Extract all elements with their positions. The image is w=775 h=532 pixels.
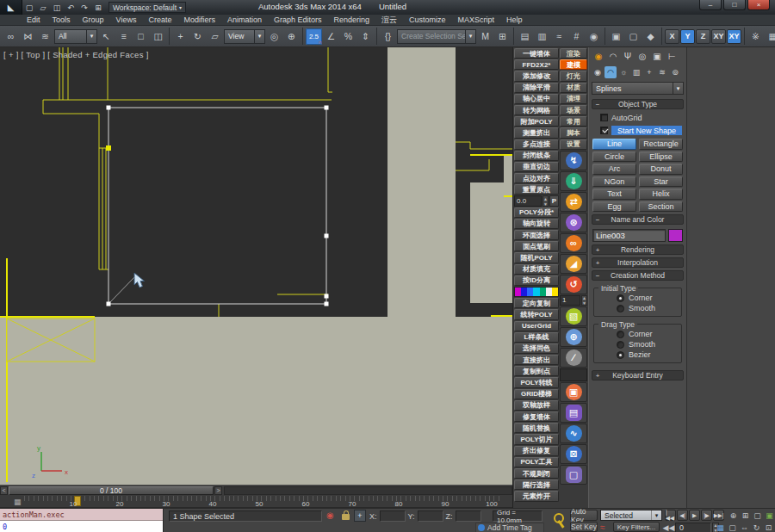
- use-pivot-center-icon[interactable]: ◎: [266, 28, 282, 45]
- shape-button-arc[interactable]: Arc: [592, 164, 636, 175]
- mirror-icon[interactable]: M: [477, 28, 493, 45]
- shape-button-egg[interactable]: Egg: [592, 201, 636, 213]
- axis-x-button[interactable]: X: [665, 29, 679, 44]
- prev-frame-arrow[interactable]: <: [0, 486, 8, 495]
- zoom-extents-all-icon[interactable]: ▣: [764, 510, 775, 521]
- spinner-arrows[interactable]: ▲▼: [542, 195, 549, 206]
- script-tab-2[interactable]: 灯光: [560, 71, 587, 81]
- cat-spacewarps-icon[interactable]: ≋: [656, 66, 668, 78]
- y-coordinate-field[interactable]: [418, 510, 443, 522]
- script-button-b-2[interactable]: 环面选择: [514, 230, 559, 240]
- select-and-link-icon[interactable]: ∞: [3, 28, 19, 45]
- script-button-a-1[interactable]: FFD2X2*: [514, 59, 559, 70]
- maximize-viewport-icon[interactable]: ⊡: [763, 522, 774, 532]
- flower-icon[interactable]: ⊛: [560, 213, 587, 232]
- redo-icon[interactable]: ↷: [78, 2, 91, 14]
- tab-create[interactable]: ◉: [592, 49, 605, 63]
- rollout-object-type[interactable]: − Object Type: [592, 99, 684, 109]
- shape-button-line[interactable]: Line: [592, 139, 636, 150]
- selection-set-dropdown[interactable]: Selected ▾: [600, 510, 662, 521]
- cat-lights-icon[interactable]: ☼: [617, 66, 629, 78]
- script-button-c-10[interactable]: 修复墙体: [514, 411, 559, 422]
- unlink-selection-icon[interactable]: ⋈: [20, 28, 36, 45]
- script-button-a-4[interactable]: 轴心居中: [514, 94, 559, 104]
- rollout-name-and-color[interactable]: − Name and Color: [592, 214, 684, 225]
- 3dsmax-logo-icon[interactable]: ◣: [0, 0, 22, 15]
- script-button-b-1[interactable]: 轴向旋转: [514, 219, 559, 229]
- rectangular-selection-icon[interactable]: □: [133, 28, 149, 45]
- orbit-icon[interactable]: ↻: [751, 522, 762, 532]
- rollout-creation-method[interactable]: − Creation Method: [592, 270, 684, 281]
- spinner-snap-icon[interactable]: ⇕: [357, 28, 374, 45]
- workspace-dropdown[interactable]: Workspace: Default ▾: [108, 2, 186, 13]
- tab-display[interactable]: ▣: [650, 49, 664, 63]
- zoom-region-icon[interactable]: ▦: [715, 522, 726, 532]
- play-button[interactable]: ▶: [689, 510, 700, 521]
- script-button-c-6[interactable]: 复制到点: [514, 366, 559, 376]
- x-coordinate-field[interactable]: [380, 510, 406, 522]
- script-button-a-11[interactable]: 点边对齐: [514, 173, 559, 183]
- selected-vertex[interactable]: [106, 145, 111, 151]
- shape-button-ellipse[interactable]: Ellipse: [639, 152, 683, 163]
- script-button-c-9[interactable]: 双轴放样: [514, 400, 559, 411]
- script-button-c-0[interactable]: 定向复制: [514, 298, 559, 308]
- viewport-label[interactable]: [ + ] [ Top ] [ Shaded + Edged Faces ]: [3, 50, 149, 59]
- open-file-icon[interactable]: ▱: [36, 2, 50, 14]
- close-button[interactable]: ×: [747, 0, 770, 10]
- timeline-ruler[interactable]: ▦ 102030405060708090100: [0, 495, 512, 508]
- menu-item-9[interactable]: 渲云: [375, 15, 403, 26]
- tools-icon[interactable]: ⊠: [560, 444, 587, 464]
- menu-item-1[interactable]: Tools: [46, 15, 77, 24]
- cat-geometry-icon[interactable]: ◉: [592, 66, 604, 78]
- selection-filter-dropdown[interactable]: All▾: [54, 29, 97, 44]
- menu-item-12[interactable]: Help: [500, 15, 529, 24]
- script-button-a-6[interactable]: 附加POLY: [514, 116, 559, 127]
- refresh-icon[interactable]: ⇄: [560, 192, 587, 212]
- selection-lock-icon[interactable]: [342, 514, 350, 520]
- field-of-view-icon[interactable]: ▢: [727, 522, 738, 532]
- color-strip[interactable]: [514, 287, 559, 297]
- count-spinner[interactable]: 1▲▼: [560, 295, 587, 306]
- drag-corner-radio[interactable]: [617, 331, 624, 338]
- script-button-a-3[interactable]: 清除平滑: [514, 83, 559, 93]
- script-button-c-14[interactable]: POLY工具: [514, 457, 559, 467]
- script-button-a-7[interactable]: 测量挤出: [514, 127, 559, 138]
- drag-smooth-radio[interactable]: [617, 341, 624, 349]
- shape-button-ngon[interactable]: NGon: [592, 176, 636, 188]
- zoom-extents-icon[interactable]: ▢: [752, 510, 763, 521]
- rollout-rendering[interactable]: + Rendering: [592, 244, 684, 255]
- z-coordinate-field[interactable]: [456, 510, 481, 522]
- menu-item-5[interactable]: Modifiers: [177, 15, 221, 24]
- script-button-c-11[interactable]: 随机替换: [514, 423, 559, 433]
- autogrid-checkbox[interactable]: [600, 114, 608, 121]
- script-button-a-9[interactable]: 封闭线条: [514, 151, 559, 161]
- add-time-tag[interactable]: Add Time Tag: [475, 523, 544, 532]
- window-crossing-icon[interactable]: ◫: [150, 28, 166, 45]
- cat-helpers-icon[interactable]: +: [643, 66, 655, 78]
- shape-button-section[interactable]: Section: [639, 201, 683, 213]
- viewport-top[interactable]: x y z: [0, 47, 512, 485]
- start-new-shape-checkbox[interactable]: [600, 127, 608, 134]
- listener-line[interactable]: 0: [0, 521, 163, 532]
- color-palette-icon[interactable]: ▦: [765, 28, 775, 45]
- shape-button-rectangle[interactable]: Rectangle: [639, 139, 683, 150]
- menu-item-2[interactable]: Group: [77, 15, 110, 24]
- maxscript-mini-listener[interactable]: actionMan.exec 0: [0, 509, 164, 532]
- select-and-rotate-icon[interactable]: ↻: [189, 28, 206, 45]
- align-icon[interactable]: ⊞: [494, 28, 511, 45]
- script-button-c-13[interactable]: 挤出修复: [514, 446, 559, 456]
- render-setup-icon[interactable]: ▣: [608, 28, 624, 45]
- key-filters-curve-icon[interactable]: ≈: [600, 523, 605, 532]
- sync-icon[interactable]: ↺: [560, 275, 587, 294]
- script-button-c-16[interactable]: 隔行选择: [514, 479, 559, 490]
- schematic-view-icon[interactable]: #: [568, 28, 585, 45]
- key-filters-button[interactable]: Key Filters...: [613, 522, 660, 532]
- crossed-box[interactable]: [7, 319, 95, 362]
- save-file-icon[interactable]: ◫: [50, 2, 64, 14]
- initial-corner-radio[interactable]: [617, 294, 624, 302]
- select-and-manipulate-icon[interactable]: ⊕: [283, 28, 300, 45]
- script-button-c-7[interactable]: POLY转线: [514, 377, 559, 387]
- prev-frame-button[interactable]: ◀|: [677, 510, 688, 521]
- script-button-c-15[interactable]: 不规则闭: [514, 468, 559, 479]
- rollout-interpolation[interactable]: + Interpolation: [592, 257, 684, 268]
